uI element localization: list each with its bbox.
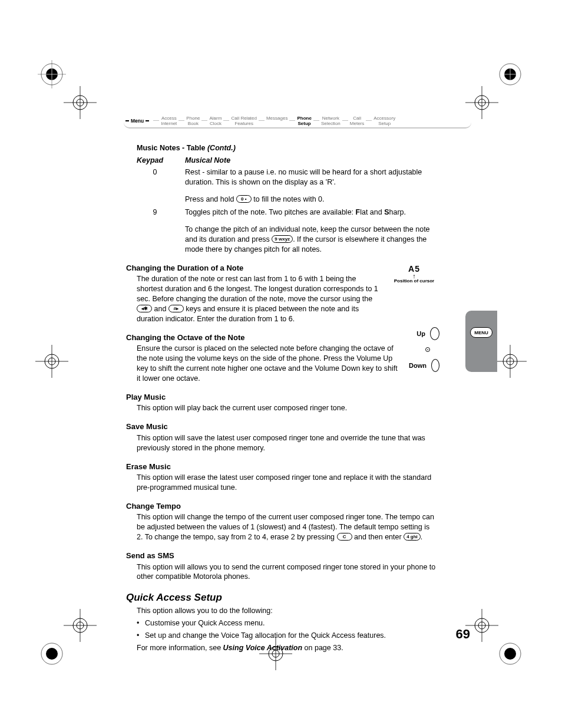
para-tempo: This option will change the tempo of the… [137,512,437,542]
heading-octave: Changing the Octave of the Note [126,332,437,343]
cell-note-p1: Rest - similar to a pause i.e. no music … [185,167,437,187]
breadcrumb-separator [289,120,295,121]
svg-point-19 [46,648,58,660]
qas-bullets: Customise your Quick Access menu. Set up… [137,618,437,641]
text: The duration of the note or rest can las… [137,275,378,303]
breadcrumb-item: AccessorySetup [372,116,397,126]
table-head: Keypad Musical Note [137,156,437,166]
side-tab: MENU [465,311,497,372]
breadcrumb-separator [153,120,159,121]
heading-save: Save Music [126,421,437,432]
table-row: 9 Toggles pitch of the note. Two pitches… [137,207,437,255]
annotation-cursor: A5 ↑ Position of cursor [389,264,439,284]
keycap-4: 4 ghi [404,533,421,541]
text: to fill the notes with 0. [252,195,325,203]
heading-tempo: Change Tempo [126,501,437,512]
cell-note: Toggles pitch of the note. Two pitches a… [185,207,437,255]
registration-mark-icon [35,345,68,378]
page-content: Music Notes - Table (Contd.) Keypad Musi… [137,143,437,653]
para-duration: The duration of the note or rest can las… [137,274,378,324]
registration-mark-icon [494,58,527,91]
heading-play: Play Music [126,392,437,403]
breadcrumb-separator [366,120,372,121]
col-musical-note: Musical Note [185,156,230,166]
table-row: 0 Rest - similar to a pause i.e. no musi… [137,167,437,205]
registration-mark-icon [494,345,527,378]
menu-pill: MENU [470,327,492,338]
keycap-9: 9 wxyz [272,235,293,243]
registration-mark-icon [494,637,527,670]
text: For more information, see [137,644,223,652]
volume-center-icon: • [425,347,430,352]
table-title: Music Notes - Table (Contd.) [137,143,437,153]
keycap-0: 0 • [236,195,252,203]
col-keypad: Keypad [137,156,185,166]
breadcrumb-item: AlarmClock [207,116,223,126]
registration-mark-icon [465,86,498,119]
table-title-text: Music Notes - Table [137,144,205,152]
breadcrumb-item: AccessInternet [159,116,178,126]
annotation-volume: Up • Down [409,327,439,379]
para-octave: Ensure the cursor is placed on the selec… [137,344,402,384]
para-play: This option will play back the current u… [137,403,437,413]
registration-mark-icon [465,609,498,642]
para-qas-intro: This option allows you to do the followi… [137,606,437,616]
breadcrumb-separator [313,120,319,121]
xref-voice-activation: Using Voice Activation [223,644,303,652]
breadcrumb-separator [342,120,348,121]
registration-mark-icon [64,609,97,642]
volume-down-icon [431,359,439,372]
menu-label: Menu [124,118,153,124]
text: and [152,305,168,313]
text: Press and hold [185,195,236,203]
breadcrumb-item: PhoneBook [184,116,201,126]
page-number: 69 [456,627,470,642]
breadcrumb-separator [223,120,229,121]
breadcrumb-separator [178,120,184,121]
keycap-hash: #▸ [168,305,184,312]
heading-quick-access-setup: Quick Access Setup [126,591,437,605]
list-item: Customise your Quick Access menu. [145,618,437,628]
para-sms: This option will allows you to send the … [137,562,437,582]
list-item: Set up and change the Voice Tag allocati… [145,631,437,641]
text: . [421,533,422,541]
table-contd: (Contd.) [207,144,236,152]
cell-note: Rest - similar to a pause i.e. no music … [185,167,437,205]
heading-sms: Send as SMS [126,551,437,561]
breadcrumb: Menu AccessInternetPhoneBookAlarmClockCa… [124,117,471,133]
keycap-star: ◂✱ [137,305,152,312]
breadcrumb-item: Messages [265,116,289,121]
keycap-c: C [337,533,352,541]
breadcrumb-separator [201,120,207,121]
arrow-up-icon: ↑ [389,274,439,278]
breadcrumb-item: NetworkSelection [319,116,342,126]
cell-note-p1: Toggles pitch of the note. Two pitches a… [185,207,437,218]
text: on page 33. [302,644,343,652]
volume-up-icon [430,327,439,340]
cursor-caption: Position of cursor [389,278,439,284]
down-label: Down [409,362,427,369]
cell-key: 9 [137,207,185,255]
breadcrumb-item: PhoneSetup [295,116,313,126]
para-qas-more: For more information, see Using Voice Ac… [137,643,437,653]
para-save: This option will save the latest user co… [137,433,437,453]
text: and then enter [352,533,404,541]
breadcrumb-item: CallMeters [348,116,366,126]
cell-key: 0 [137,167,185,205]
breadcrumb-item: Call RelatedFeatures [229,116,259,126]
para-erase: This option will erase the latest user c… [137,473,437,493]
registration-mark-icon [35,637,68,670]
registration-mark-icon [64,86,97,119]
cell-note-p2: To change the pitch of an individual not… [185,225,437,255]
cell-note-p2: Press and hold 0 • to fill the notes wit… [185,195,437,205]
svg-point-25 [504,648,516,660]
up-label: Up [416,330,425,337]
heading-erase: Erase Music [126,462,437,472]
breadcrumb-separator [259,120,265,121]
